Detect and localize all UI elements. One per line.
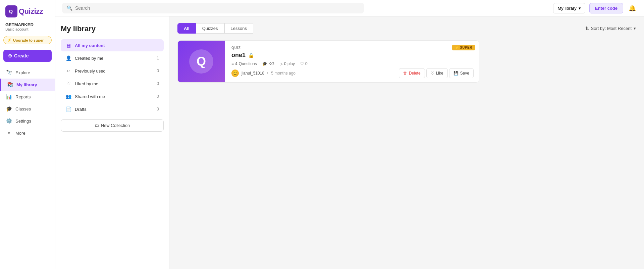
sort-dropdown-icon: ▾ (634, 26, 636, 31)
quizizz-logo-icon: Q (5, 5, 17, 17)
filter-label-liked: Liked by me (75, 81, 98, 86)
tab-quizzes[interactable]: Quizzes (196, 23, 224, 34)
account-type: Basic account (5, 27, 50, 31)
quiz-card: Q QUIZ one1 🔒 ≡ 4 Questions (177, 40, 479, 83)
like-button[interactable]: ♡ Like (426, 68, 448, 78)
sort-icon: ⇅ (585, 26, 589, 31)
filter-item-liked[interactable]: ♡ Liked by me 0 (61, 78, 164, 90)
panel-title: My library (61, 25, 164, 33)
filter-count-shared: 0 (157, 94, 159, 99)
search-icon: 🔍 (67, 5, 72, 11)
main-area: 🔍 My library ▾ Enter code 🔔 My library ▦ (55, 0, 644, 269)
filter-item-created[interactable]: 👤 Created by me 1 (61, 52, 164, 64)
grade-icon: 🎓 (262, 61, 267, 66)
sidebar-label-classes: Classes (15, 106, 31, 111)
filter-count-previously: 0 (157, 69, 159, 73)
delete-icon: 🗑 (403, 71, 407, 76)
quiz-type-label: QUIZ (231, 46, 392, 50)
filter-item-all[interactable]: ▦ All my content (61, 39, 164, 51)
reports-icon: 📊 (6, 94, 12, 100)
classes-icon: 🎓 (6, 106, 12, 112)
settings-icon: ⚙️ (6, 118, 12, 124)
quiz-info: QUIZ one1 🔒 ≡ 4 Questions 🎓 KG (225, 41, 399, 82)
upgrade-icon: ⚡ (7, 38, 12, 42)
liked-by-me-icon: ♡ (65, 81, 71, 86)
like-meta: ♡ 0 (300, 61, 308, 66)
username: GETMARKED (5, 22, 50, 27)
logo-text: Quizizz (19, 7, 43, 16)
quiz-thumbnail: Q (178, 41, 225, 82)
filter-item-shared[interactable]: 👥 Shared with me 0 (61, 90, 164, 102)
logo-area: Q Quizizz (0, 0, 55, 20)
library-select-label: My library (557, 6, 576, 11)
save-label: Save (460, 71, 469, 76)
shared-with-me-icon: 👥 (65, 94, 71, 99)
questions-meta: ≡ 4 Questions (231, 61, 257, 66)
sidebar-item-more[interactable]: ▾ More (0, 127, 55, 139)
upgrade-button[interactable]: ⚡ Upgrade to super (3, 36, 52, 44)
play-meta: ▷ 0 play (280, 61, 295, 66)
like-count: 0 (305, 61, 308, 66)
sidebar-item-settings[interactable]: ⚙️ Settings (0, 115, 55, 127)
play-count: 0 play (284, 61, 295, 66)
super-badge: ⚡ SUPER (452, 45, 475, 50)
quiz-user-row: 😊 jiahui_51018 • 5 months ago (231, 70, 392, 77)
save-button[interactable]: 💾 Save (449, 68, 474, 78)
sidebar-item-classes[interactable]: 🎓 Classes (0, 103, 55, 115)
library-select[interactable]: My library ▾ (553, 3, 585, 13)
sort-area[interactable]: ⇅ Sort by: Most Recent ▾ (585, 26, 636, 31)
drafts-icon: 📄 (65, 106, 71, 112)
search-bar[interactable]: 🔍 (62, 3, 364, 13)
my-library-icon: 📚 (7, 82, 13, 88)
delete-label: Delete (409, 71, 421, 76)
topbar-right: My library ▾ Enter code 🔔 (553, 3, 637, 13)
sidebar-item-reports[interactable]: 📊 Reports (0, 91, 55, 103)
enter-code-button[interactable]: Enter code (589, 3, 623, 13)
like-label: Like (436, 71, 443, 76)
search-input[interactable] (75, 5, 359, 11)
sidebar-label-explore: Explore (15, 70, 30, 75)
filter-item-drafts[interactable]: 📄 Drafts 0 (61, 103, 164, 115)
filter-list: ▦ All my content 👤 Created by me 1 ↩ Pre… (61, 39, 164, 115)
filter-tabs: All Quizzes Lessons ⇅ Sort by: Most Rece… (177, 23, 636, 34)
notification-button[interactable]: 🔔 (627, 3, 637, 13)
lock-icon: 🔒 (248, 53, 254, 58)
svg-text:Q: Q (9, 9, 13, 14)
content-area: My library ▦ All my content 👤 Created by… (55, 16, 644, 269)
heart-icon: ♡ (300, 61, 304, 66)
filter-count-drafts: 0 (157, 107, 159, 111)
upgrade-label: Upgrade to super (13, 38, 44, 42)
plus-icon: ⊕ (8, 53, 12, 58)
new-collection-button[interactable]: 🗂 New Collection (61, 119, 164, 132)
quiz-meta: ≡ 4 Questions 🎓 KG ▷ 0 play (231, 61, 392, 66)
filter-count-created: 1 (157, 56, 159, 60)
grade-value: KG (269, 61, 274, 66)
sidebar-label-more: More (15, 131, 25, 136)
super-label: SUPER (460, 46, 472, 49)
avatar: 😊 (231, 70, 239, 77)
filter-label-drafts: Drafts (75, 107, 87, 112)
avatar-emoji: 😊 (232, 70, 238, 77)
topbar: 🔍 My library ▾ Enter code 🔔 (55, 0, 644, 16)
tab-lessons[interactable]: Lessons (224, 23, 253, 34)
filter-label-previously: Previously used (75, 69, 106, 74)
sidebar-item-explore[interactable]: 🔭 Explore (0, 66, 55, 79)
sidebar-label-settings: Settings (15, 119, 31, 124)
nav-section: 🔭 Explore 📚 My library 📊 Reports 🎓 Class… (0, 65, 55, 264)
like-icon: ♡ (431, 71, 434, 76)
new-collection-label: New Collection (101, 123, 130, 128)
quiz-thumb-letter: Q (197, 54, 206, 69)
tab-all[interactable]: All (177, 23, 196, 34)
dropdown-arrow-icon: ▾ (579, 6, 581, 11)
logo: Q Quizizz (5, 5, 50, 17)
sidebar-label-reports: Reports (15, 94, 31, 99)
save-icon: 💾 (453, 71, 459, 76)
filter-item-previously[interactable]: ↩ Previously used 0 (61, 65, 164, 77)
create-button[interactable]: ⊕ Create (3, 50, 52, 62)
questions-label: Questions (239, 61, 257, 66)
sidebar-item-my-library[interactable]: 📚 My library (0, 79, 55, 91)
delete-button[interactable]: 🗑 Delete (399, 68, 425, 78)
user-info: GETMARKED Basic account (0, 20, 55, 34)
quiz-title: one1 (231, 52, 246, 59)
filter-count-liked: 0 (157, 81, 159, 86)
